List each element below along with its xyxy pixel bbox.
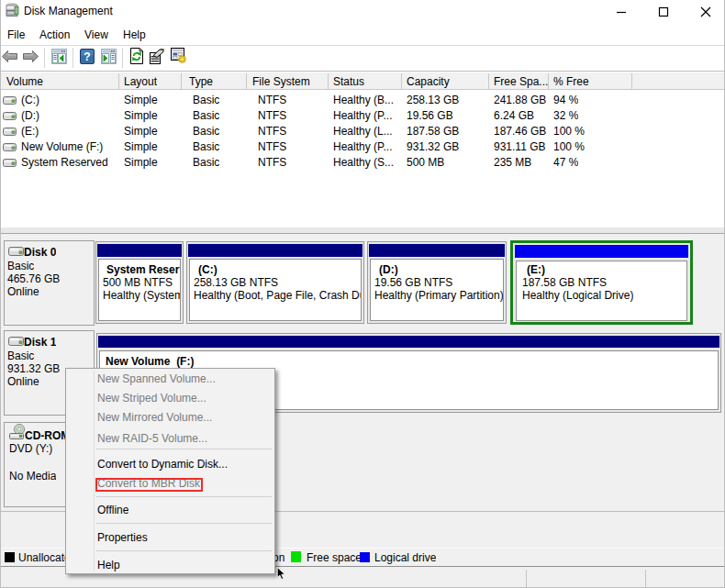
svg-text:?: ?: [84, 50, 90, 63]
